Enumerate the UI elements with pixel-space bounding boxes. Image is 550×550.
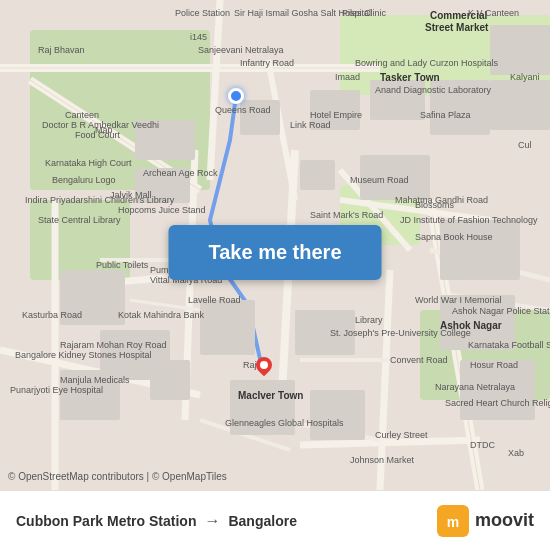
moovit-logo: m moovit xyxy=(437,505,534,537)
svg-rect-42 xyxy=(230,380,295,435)
svg-rect-43 xyxy=(310,390,365,440)
svg-rect-41 xyxy=(60,270,125,325)
svg-rect-33 xyxy=(310,90,360,130)
svg-rect-44 xyxy=(460,360,535,420)
svg-rect-1 xyxy=(30,30,210,190)
svg-rect-31 xyxy=(135,168,190,203)
svg-line-10 xyxy=(300,440,480,445)
svg-rect-48 xyxy=(430,80,490,135)
svg-rect-40 xyxy=(440,295,515,350)
svg-rect-35 xyxy=(360,155,430,200)
svg-text:m: m xyxy=(447,514,459,530)
svg-rect-46 xyxy=(150,360,190,400)
moovit-icon: m xyxy=(437,505,469,537)
city-name: Bangalore xyxy=(228,513,296,529)
bottom-left: Cubbon Park Metro Station → Bangalore xyxy=(16,512,437,530)
svg-rect-30 xyxy=(135,120,195,160)
origin-dot xyxy=(228,88,244,104)
moovit-text: moovit xyxy=(475,510,534,531)
svg-rect-37 xyxy=(295,310,355,355)
svg-rect-49 xyxy=(490,80,550,130)
take-me-there-button[interactable]: Take me there xyxy=(168,225,381,280)
svg-rect-32 xyxy=(240,100,280,135)
svg-rect-36 xyxy=(200,300,255,355)
arrow-icon: → xyxy=(204,512,220,530)
station-name: Cubbon Park Metro Station xyxy=(16,513,196,529)
bottom-bar: Cubbon Park Metro Station → Bangalore m … xyxy=(0,490,550,550)
svg-rect-34 xyxy=(300,160,335,190)
svg-rect-45 xyxy=(60,370,120,420)
svg-rect-47 xyxy=(370,80,425,120)
map-container: CommercialStreet MarketInfantry RoadTask… xyxy=(0,0,550,490)
map-attribution: © OpenStreetMap contributors | © OpenMap… xyxy=(8,471,227,482)
svg-rect-50 xyxy=(490,25,550,75)
svg-rect-3 xyxy=(30,200,130,280)
destination-pin xyxy=(254,357,274,383)
svg-rect-39 xyxy=(440,220,520,280)
